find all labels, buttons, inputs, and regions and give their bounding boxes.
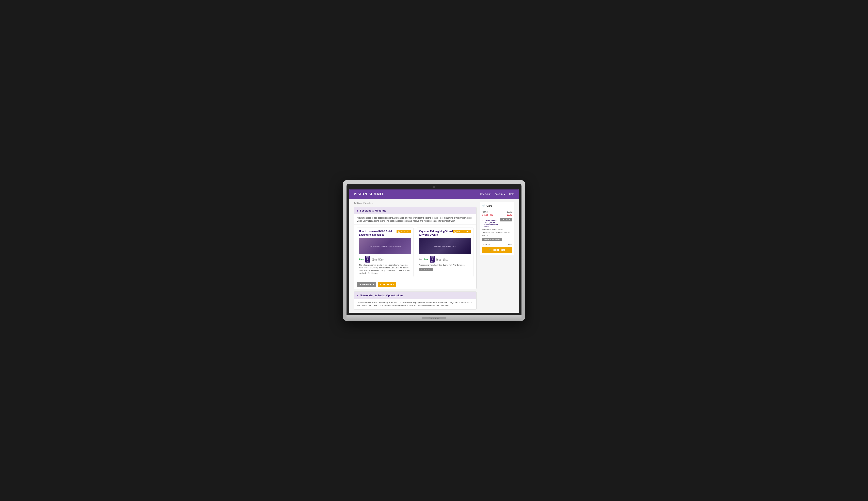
checkout-nav-link[interactable]: Checkout bbox=[480, 193, 490, 195]
add-cart-label: ADD TO CART bbox=[457, 231, 470, 233]
session-card-keynote-header: Keynote: Reimagining Virtual & Hybrid Ev… bbox=[419, 230, 471, 237]
cart-item-total-row: Item Total Free bbox=[482, 244, 512, 246]
session-card-roi-header: How to Increase ROI & Build Lasting Rela… bbox=[359, 230, 411, 237]
continue-arrow-icon: ▾ bbox=[393, 283, 394, 286]
sessions-section-title: Sessions & Meetings bbox=[360, 209, 386, 212]
session-roi-image-text: How To Increase ROI & Build Lasting Rela… bbox=[368, 245, 402, 248]
waitlist-button[interactable]: WAIT LIST bbox=[396, 230, 412, 233]
session-keynote-description: Reimagining Virtual & Hybrid Events with… bbox=[419, 264, 471, 267]
cart-sidebar: 🛒 Cart Item(s) $0.00 Grand Total $0.00 bbox=[480, 202, 514, 309]
account-dropdown-arrow: ▾ bbox=[504, 193, 505, 195]
session-keynote-price-row: $25 Free DEC 3 FRI AM bbox=[419, 256, 471, 263]
add-cart-checkbox-icon bbox=[454, 231, 456, 233]
sessions-section-description: Allow attendees to add specific sessions… bbox=[354, 214, 476, 225]
session-keynote-time: AM 10:00 · PM 01:00 bbox=[436, 257, 448, 261]
cart-details-button[interactable]: DETAILS bbox=[500, 217, 512, 222]
session-roi-price: Free bbox=[359, 258, 364, 260]
manage-addons-button[interactable]: MANAGE ADD-ONS bbox=[482, 238, 502, 241]
checkout-cart-icon: 🛒 bbox=[489, 249, 492, 252]
previous-button[interactable]: ▲ PREVIOUS bbox=[357, 282, 376, 287]
laptop-frame: VISION SUMMIT Checkout Account ▾ Help Ad… bbox=[343, 180, 525, 321]
waitlist-checkbox-icon bbox=[398, 231, 400, 233]
session-keynote-price: Free bbox=[424, 258, 428, 260]
cart-items-value: $0.00 bbox=[507, 211, 512, 213]
session-roi-title: How to Increase ROI & Build Lasting Rela… bbox=[359, 230, 396, 237]
session-keynote-original-price: $25 bbox=[419, 258, 422, 260]
add-to-cart-button[interactable]: ADD TO CART bbox=[453, 230, 471, 233]
breadcrumb: Additional Sessions bbox=[354, 202, 477, 204]
cart-total-row: Grand Total $0.00 bbox=[482, 214, 512, 216]
bottom-buttons: ▲ PREVIOUS CONTINUE ▾ bbox=[354, 280, 476, 289]
session-card-keynote: Keynote: Reimagining Virtual & Hybrid Ev… bbox=[417, 227, 474, 277]
waitlist-label: WAIT LIST bbox=[401, 231, 410, 233]
session-keynote-image-text: Reimagine Virtual & Hybrid Events bbox=[433, 245, 457, 248]
session-keynote-title: Keynote: Reimagining Virtual & Hybrid Ev… bbox=[419, 230, 453, 237]
cart-item-dates: Dates: 12/1/2021 - 12/5/2021, 8:00 AM - … bbox=[482, 232, 512, 236]
cart-box: 🛒 Cart Item(s) $0.00 Grand Total $0.00 bbox=[480, 202, 514, 255]
details-icon: ⚙ bbox=[421, 268, 422, 270]
cart-item-attendees: Attendee(s): Max Kuznetsov bbox=[482, 228, 512, 231]
site-logo: VISION SUMMIT bbox=[354, 192, 384, 196]
cart-item-title-row: ✕ Vision Summit 2021 (Virtual - Full Con… bbox=[482, 220, 500, 227]
sessions-section-header: ▾ Sessions & Meetings bbox=[354, 207, 476, 214]
main-content: Additional Sessions ▾ Sessions & Meeting… bbox=[349, 199, 519, 313]
camera-dot bbox=[433, 186, 435, 188]
account-nav-link[interactable]: Account ▾ bbox=[495, 193, 505, 195]
networking-section-description: Allow attendees to add networking, after… bbox=[354, 299, 476, 309]
grand-total-value: $0.00 bbox=[507, 214, 512, 216]
networking-toggle-icon[interactable]: ▾ bbox=[357, 294, 358, 297]
session-roi-image: How To Increase ROI & Build Lasting Rela… bbox=[359, 238, 411, 254]
keynote-details-button[interactable]: ⚙ DETAILS... bbox=[419, 268, 433, 271]
networking-social-section: ▾ Networking & Social Opportunities Allo… bbox=[354, 291, 477, 309]
grand-total-label: Grand Total bbox=[482, 214, 493, 216]
content-left: Additional Sessions ▾ Sessions & Meeting… bbox=[354, 202, 477, 309]
notebook-label: Notebook bbox=[429, 317, 439, 319]
item-total-value: Free bbox=[508, 244, 512, 246]
cart-item: ✕ Vision Summit 2021 (Virtual - Full Con… bbox=[482, 217, 512, 246]
header-nav: Checkout Account ▾ Help bbox=[480, 193, 514, 195]
session-keynote-image: Reimagine Virtual & Hybrid Events bbox=[419, 238, 471, 254]
continue-button[interactable]: CONTINUE ▾ bbox=[378, 282, 396, 287]
site-header: VISION SUMMIT Checkout Account ▾ Help bbox=[349, 190, 519, 199]
session-keynote-date: DEC 3 FRI bbox=[430, 256, 435, 263]
section-toggle-icon[interactable]: ▾ bbox=[357, 209, 358, 212]
cart-item-title-text: Vision Summit 2021 (Virtual - Full Confe… bbox=[485, 220, 500, 227]
session-roi-price-row: Free DEC 2 THU AM bbox=[359, 256, 411, 263]
networking-section-title: Networking & Social Opportunities bbox=[360, 294, 403, 297]
session-cards-container: How to Increase ROI & Build Lasting Rela… bbox=[354, 225, 476, 280]
cart-items-row: Item(s) $0.00 bbox=[482, 211, 512, 213]
item-total-label: Item Total bbox=[482, 244, 490, 246]
remove-item-button[interactable]: ✕ bbox=[482, 220, 484, 222]
prev-arrow-icon: ▲ bbox=[359, 283, 361, 286]
cart-icon: 🛒 bbox=[482, 204, 485, 207]
session-card-roi: How to Increase ROI & Build Lasting Rela… bbox=[357, 227, 414, 277]
help-nav-link[interactable]: Help bbox=[509, 193, 514, 195]
cart-items-label: Item(s) bbox=[482, 211, 488, 213]
session-roi-time: AM 10:00 · PM 01:00 bbox=[372, 257, 383, 261]
sessions-meetings-section: ▾ Sessions & Meetings Allow attendees to… bbox=[354, 207, 477, 289]
session-roi-description: The relationships you create, matter. Le… bbox=[359, 264, 411, 275]
checkout-button[interactable]: 🛒 CHECKOUT bbox=[482, 247, 512, 253]
networking-section-header: ▾ Networking & Social Opportunities bbox=[354, 292, 476, 299]
screen-bezel: VISION SUMMIT Checkout Account ▾ Help Ad… bbox=[347, 184, 521, 315]
laptop-base: Notebook bbox=[347, 315, 521, 321]
laptop-screen: VISION SUMMIT Checkout Account ▾ Help Ad… bbox=[349, 190, 519, 313]
session-roi-date: DEC 2 THU bbox=[366, 256, 370, 263]
cart-title: 🛒 Cart bbox=[482, 204, 512, 209]
